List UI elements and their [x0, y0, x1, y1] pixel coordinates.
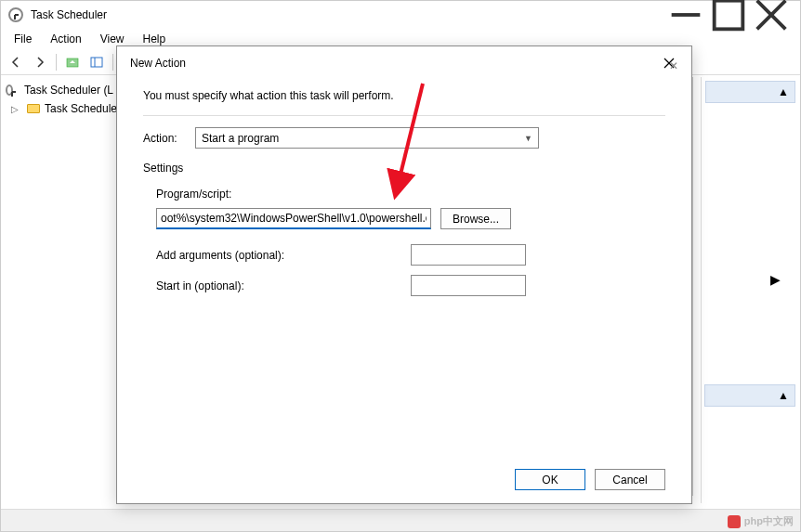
arguments-row: Add arguments (optional): [156, 244, 665, 266]
clock-icon [8, 7, 23, 22]
close-button[interactable] [750, 1, 793, 29]
settings-label: Settings [143, 162, 665, 175]
maximize-button[interactable] [707, 1, 750, 29]
arguments-label: Add arguments (optional): [156, 249, 401, 262]
program-input[interactable] [156, 208, 431, 229]
actions-header-1[interactable]: ▲ [705, 81, 795, 103]
divider [143, 115, 665, 116]
arguments-input[interactable] [411, 244, 526, 266]
ok-button[interactable]: OK [515, 469, 585, 490]
dialog-title: New Action [130, 57, 186, 70]
dialog-instruction: You must specify what action this task w… [143, 89, 665, 102]
startin-row: Start in (optional): [156, 275, 665, 296]
tree-root-label: Task Scheduler (L [24, 84, 113, 97]
secondary-close-icon[interactable]: ✕ [669, 59, 678, 72]
cancel-button[interactable]: Cancel [595, 469, 665, 490]
titlebar: Task Scheduler [1, 1, 800, 29]
back-button[interactable] [5, 51, 27, 73]
menu-help[interactable]: Help [134, 31, 176, 47]
statusbar [1, 509, 800, 531]
menu-view[interactable]: View [91, 31, 134, 47]
menu-action[interactable]: Action [41, 31, 90, 47]
forward-button[interactable] [29, 51, 51, 73]
startin-label: Start in (optional): [156, 279, 401, 292]
actions-header-2[interactable]: ▲ [704, 384, 795, 407]
clock-icon [6, 83, 20, 97]
window-title: Task Scheduler [31, 8, 664, 21]
collapse-icon[interactable]: ▲ [778, 85, 789, 98]
program-label: Program/script: [156, 188, 665, 201]
chevron-down-icon: ▼ [524, 134, 532, 143]
svg-rect-5 [91, 58, 102, 67]
menu-file[interactable]: File [5, 31, 41, 47]
panel-button[interactable] [85, 51, 108, 73]
action-row: Action: Start a program ▼ [143, 127, 665, 149]
arrow-right-icon[interactable]: ▶ [770, 272, 781, 287]
watermark-icon [728, 515, 741, 528]
browse-button[interactable]: Browse... [440, 208, 511, 229]
dialog-body: You must specify what action this task w… [117, 80, 691, 315]
window-controls [664, 1, 793, 29]
new-action-dialog: ✕ New Action You must specify what actio… [116, 45, 692, 504]
settings-group: Program/script: Browse... Add arguments … [143, 188, 665, 296]
toolbar-separator [56, 54, 57, 71]
dialog-footer: OK Cancel [515, 469, 665, 490]
program-row: Browse... [156, 208, 665, 229]
actions-panel: ▲ ▶ ▲ [701, 77, 799, 503]
svg-rect-1 [715, 1, 743, 30]
minimize-button[interactable] [664, 1, 707, 29]
toolbar-separator-2 [112, 54, 113, 71]
dialog-header: New Action [117, 46, 691, 80]
watermark-text: php中文网 [744, 514, 794, 528]
watermark: php中文网 [728, 514, 794, 528]
expand-icon[interactable]: ▷ [11, 104, 22, 114]
action-label: Action: [143, 132, 186, 145]
action-select-value: Start a program [202, 132, 279, 145]
action-select[interactable]: Start a program ▼ [195, 127, 539, 149]
folder-icon [26, 101, 41, 116]
startin-input[interactable] [411, 275, 526, 296]
up-button[interactable] [61, 51, 84, 73]
tree-child-label: Task Schedule [45, 102, 117, 115]
collapse-icon-2[interactable]: ▲ [778, 389, 789, 402]
